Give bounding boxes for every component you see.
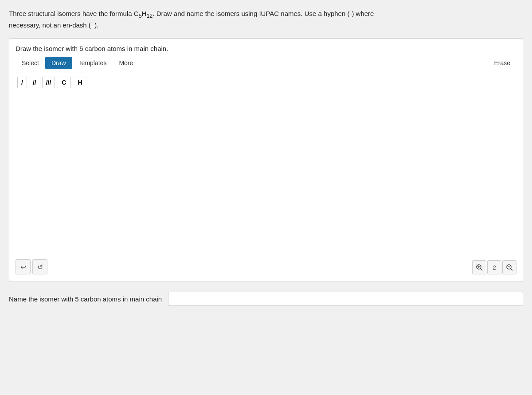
undo-button[interactable]: ↩ bbox=[16, 259, 31, 274]
double-bond-button[interactable]: // bbox=[29, 77, 40, 88]
hydrogen-button[interactable]: H bbox=[73, 77, 87, 88]
draw-section: Draw the isomer with 5 carbon atoms in m… bbox=[9, 38, 523, 282]
name-input[interactable] bbox=[168, 292, 523, 306]
zoom-in-button[interactable] bbox=[472, 260, 486, 274]
zoom-reset-button[interactable]: 2 bbox=[487, 260, 501, 274]
more-button[interactable]: More bbox=[113, 57, 139, 69]
undo-redo-group: ↩ ↺ bbox=[16, 259, 47, 274]
drawing-canvas[interactable] bbox=[16, 88, 516, 257]
templates-button[interactable]: Templates bbox=[72, 57, 113, 69]
triple-bond-button[interactable]: /// bbox=[42, 77, 55, 88]
name-label: Name the isomer with 5 carbon atoms in m… bbox=[9, 295, 162, 303]
zoom-in-icon bbox=[476, 264, 483, 271]
section-label: Draw the isomer with 5 carbon atoms in m… bbox=[16, 45, 516, 52]
toolbar: Select Draw Templates More Erase bbox=[16, 57, 516, 73]
instruction-text: Three structural isomers have the formul… bbox=[9, 9, 523, 30]
svg-line-5 bbox=[511, 269, 512, 270]
carbon-button[interactable]: C bbox=[57, 77, 71, 88]
draw-button[interactable]: Draw bbox=[45, 57, 72, 69]
single-bond-button[interactable]: / bbox=[17, 77, 27, 88]
sub-toolbar: / // /// C H bbox=[16, 77, 516, 88]
redo-button[interactable]: ↺ bbox=[32, 259, 47, 274]
erase-button[interactable]: Erase bbox=[488, 57, 516, 69]
svg-line-1 bbox=[481, 269, 482, 270]
zoom-out-button[interactable] bbox=[502, 260, 516, 274]
page-container: Three structural isomers have the formul… bbox=[9, 9, 523, 306]
name-section: Name the isomer with 5 carbon atoms in m… bbox=[9, 292, 523, 306]
canvas-bottom: ↩ ↺ 2 bbox=[16, 257, 516, 275]
zoom-controls: 2 bbox=[472, 260, 516, 274]
select-button[interactable]: Select bbox=[16, 57, 45, 69]
zoom-out-icon bbox=[506, 264, 513, 271]
